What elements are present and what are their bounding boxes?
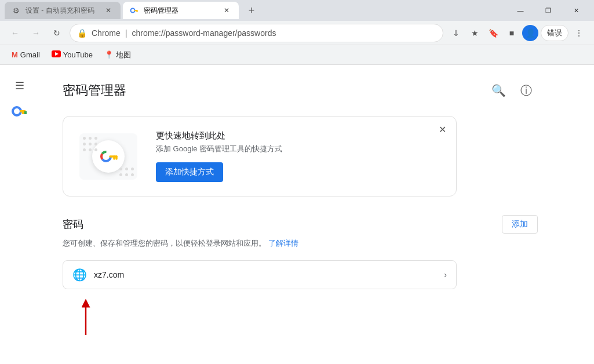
promo-desc: 添加 Google 密码管理工具的快捷方式: [156, 144, 440, 154]
minimize-button[interactable]: —: [507, 2, 534, 19]
help-icon[interactable]: ⓘ: [515, 79, 538, 102]
add-shortcut-button[interactable]: 添加快捷方式: [156, 162, 223, 182]
tab-settings-title: 设置 - 自动填充和密码: [25, 6, 99, 16]
svg-point-0: [131, 9, 135, 13]
bookmark-gmail-label: Gmail: [20, 50, 40, 59]
extension-icon[interactable]: ■: [504, 25, 520, 41]
menu-icon[interactable]: ⋮: [571, 25, 587, 41]
svg-point-6: [13, 107, 21, 115]
title-bar: ⚙ 设置 - 自动填充和密码 ✕ 密码管理器 ✕ + — ❐ ✕: [0, 0, 594, 21]
url-text: chrome://password-manager/passwords: [132, 28, 276, 38]
error-button[interactable]: 错误: [541, 25, 569, 41]
section-description: 您可创建、保存和管理您的密码，以便轻松登录网站和应用。 了解详情: [63, 238, 538, 249]
lock-icon: 🔒: [77, 28, 87, 38]
forward-button[interactable]: →: [28, 25, 44, 41]
profile-icon[interactable]: 👤: [522, 25, 538, 41]
entry-globe-icon: 🌐: [72, 268, 87, 282]
sidebar-logo: [8, 102, 31, 121]
passwords-section-header: 密码 添加: [63, 215, 538, 234]
page-header: 密码管理器 🔍 ⓘ: [63, 79, 538, 102]
bookmark-gmail[interactable]: M Gmail: [7, 48, 45, 61]
download-icon[interactable]: ⇓: [448, 25, 464, 41]
add-password-button[interactable]: 添加: [502, 215, 538, 234]
entry-domain: xz7.com: [94, 270, 437, 279]
bookmark-youtube-label: YouTube: [63, 50, 93, 59]
bookmark-maps[interactable]: 📍 地图: [100, 48, 136, 63]
tab-settings-close[interactable]: ✕: [103, 5, 114, 16]
tab-password-manager[interactable]: 密码管理器 ✕: [123, 2, 239, 19]
search-icon[interactable]: 🔍: [487, 79, 510, 102]
red-arrow-svg: [63, 292, 109, 338]
password-manager-favicon: [130, 6, 139, 15]
page-title: 密码管理器: [63, 82, 126, 99]
bookmark-maps-label: 地图: [116, 50, 131, 60]
omnibox[interactable]: 🔒 Chrome | chrome://password-manager/pas…: [70, 24, 443, 42]
sidebar-menu-button[interactable]: ☰: [8, 74, 31, 97]
back-button[interactable]: ←: [7, 25, 23, 41]
youtube-favicon: [52, 50, 61, 59]
new-tab-button[interactable]: +: [243, 2, 260, 19]
address-bar: ← → ↻ 🔒 Chrome | chrome://password-manag…: [0, 21, 594, 45]
tab-settings[interactable]: ⚙ 设置 - 自动填充和密码 ✕: [5, 2, 121, 19]
tab-pm-title: 密码管理器: [144, 6, 217, 16]
promo-close-button[interactable]: ✕: [435, 122, 449, 136]
entry-chevron-icon: ›: [444, 270, 447, 279]
learn-more-link[interactable]: 了解详情: [268, 239, 298, 247]
bookmarks-bar: M Gmail YouTube 📍 地图: [0, 45, 594, 65]
maximize-button[interactable]: ❐: [535, 2, 562, 19]
key-icon-svg: [98, 146, 119, 167]
bookmark-add-icon[interactable]: 🔖: [485, 25, 501, 41]
toolbar-icons: ⇓ ★ 🔖 ■ 👤 错误 ⋮: [448, 25, 587, 41]
promo-illustration: [79, 133, 137, 180]
promo-title: 更快速地转到此处: [156, 130, 440, 141]
settings-favicon: ⚙: [12, 6, 21, 15]
browser-frame: ⚙ 设置 - 自动填充和密码 ✕ 密码管理器 ✕ + — ❐ ✕: [0, 0, 594, 364]
main-content: 密码管理器 🔍 ⓘ ✕: [39, 65, 561, 364]
refresh-button[interactable]: ↻: [49, 25, 65, 41]
sidebar: ☰: [0, 65, 39, 364]
promo-text: 更快速地转到此处 添加 Google 密码管理工具的快捷方式 添加快捷方式: [156, 130, 440, 182]
header-actions: 🔍 ⓘ: [487, 79, 538, 102]
page-body: ☰ 密码管理器 🔍: [0, 65, 594, 364]
password-entry-xz7[interactable]: 🌐 xz7.com ›: [63, 260, 457, 289]
passwords-section-title: 密码: [63, 217, 83, 231]
bookmark-icon[interactable]: ★: [467, 25, 483, 41]
section-desc-text: 您可创建、保存和管理您的密码，以便轻松登录网站和应用。: [63, 239, 266, 247]
brand-text: Chrome: [92, 28, 121, 38]
promo-card: ✕: [63, 116, 457, 196]
bookmark-youtube[interactable]: YouTube: [47, 48, 97, 61]
close-button[interactable]: ✕: [563, 2, 589, 19]
page-content: ☰ 密码管理器 🔍: [0, 65, 594, 364]
tab-pm-close[interactable]: ✕: [221, 5, 232, 16]
window-controls: — ❐ ✕: [507, 2, 589, 19]
arrow-annotation: [63, 292, 236, 338]
maps-favicon: 📍: [104, 50, 114, 59]
gmail-favicon: M: [12, 50, 18, 59]
